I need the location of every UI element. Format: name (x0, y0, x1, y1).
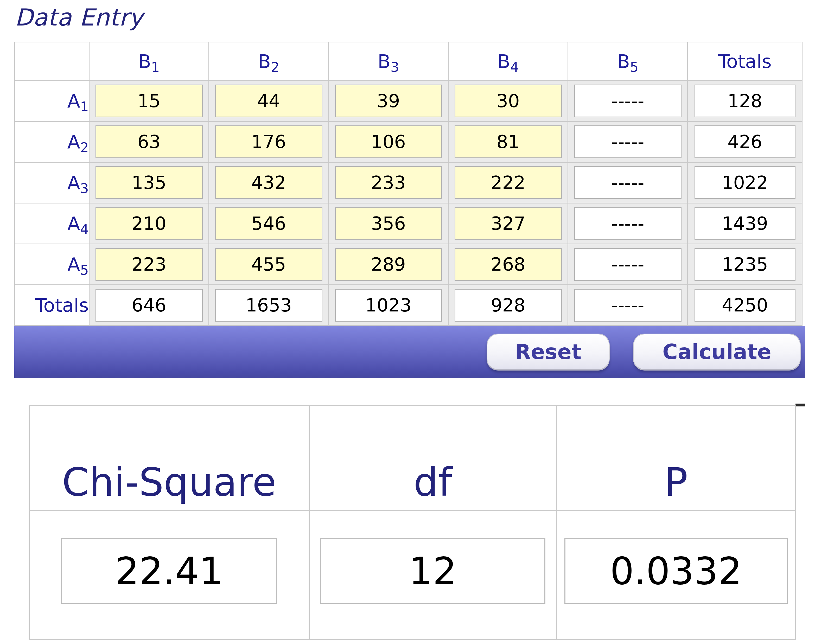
cell-a1-b1 (89, 81, 209, 121)
input-a2-b1[interactable] (95, 126, 203, 158)
row-header-a3: A3 (15, 163, 89, 203)
col-total-b2[interactable] (215, 289, 322, 322)
cell-a4-b2 (209, 203, 329, 244)
label-sub: 2 (271, 59, 279, 75)
input-a4-b1[interactable] (95, 207, 203, 240)
input-a2-b4[interactable] (455, 126, 562, 158)
input-a3-b4[interactable] (455, 166, 562, 199)
cell-a4-b3 (329, 203, 448, 244)
p-value[interactable] (564, 538, 788, 604)
row-total-a5[interactable] (694, 248, 795, 281)
cell-a5-b4 (448, 244, 568, 285)
label-base: A (67, 172, 80, 193)
label-sub: 5 (630, 59, 639, 75)
label-base: B (258, 51, 271, 72)
chi-square-cell (29, 511, 309, 639)
cell-a4-b4 (448, 203, 568, 244)
input-a5-b1[interactable] (95, 248, 203, 281)
label-base: B (378, 51, 390, 72)
col-total-b4[interactable] (455, 289, 562, 322)
input-a5-b4[interactable] (455, 248, 562, 281)
table-row-totals: Totals (15, 285, 802, 326)
chi-square-header: Chi-Square (29, 405, 309, 511)
cell-a5-b1 (89, 244, 209, 285)
label-sub: 1 (80, 99, 89, 115)
cell-a2-b2 (209, 121, 329, 163)
input-a3-b3[interactable] (335, 166, 442, 199)
row-total-a4[interactable] (694, 207, 795, 240)
chi-square-value[interactable] (61, 538, 277, 604)
df-cell (309, 511, 556, 639)
input-a1-b3[interactable] (335, 84, 442, 117)
cell-a5-total (688, 244, 802, 285)
input-a4-b4[interactable] (455, 207, 562, 240)
cell-a5-b5 (568, 244, 688, 285)
col-header-totals: Totals (688, 42, 802, 81)
input-a5-b3[interactable] (335, 248, 442, 281)
results-value-row (29, 511, 796, 639)
cell-a2-b4 (448, 121, 568, 163)
cell-a1-b3 (329, 81, 448, 121)
cell-total-b2 (209, 285, 329, 326)
label-base: A (67, 213, 80, 235)
input-a5-b2[interactable] (215, 248, 322, 281)
cell-a3-b2 (209, 163, 329, 203)
label-base: B (617, 51, 630, 72)
input-a1-b5[interactable] (574, 84, 682, 117)
cell-total-b5 (568, 285, 688, 326)
cell-a2-b5 (568, 121, 688, 163)
input-a1-b4[interactable] (455, 84, 562, 117)
calculate-button[interactable]: Calculate (633, 334, 801, 371)
cell-a4-b1 (89, 203, 209, 244)
header-row: B1 B2 B3 B4 B5 Totals (15, 42, 802, 81)
input-a3-b1[interactable] (95, 166, 203, 199)
page-title: Data Entry (15, 4, 143, 31)
input-a4-b2[interactable] (215, 207, 322, 240)
col-header-b5: B5 (568, 42, 688, 81)
cell-a4-b5 (568, 203, 688, 244)
col-total-b1[interactable] (95, 289, 203, 322)
input-a3-b2[interactable] (215, 166, 322, 199)
df-value[interactable] (320, 538, 545, 604)
cell-a2-b3 (329, 121, 448, 163)
results-table: Chi-Square df P (29, 405, 796, 640)
input-a2-b3[interactable] (335, 126, 442, 158)
cell-a2-total (688, 121, 802, 163)
row-header-a4: A4 (15, 203, 89, 244)
cell-a1-total (688, 81, 802, 121)
col-total-b5[interactable] (574, 289, 682, 322)
table-row-a2: A2 (15, 121, 802, 163)
col-total-b3[interactable] (335, 289, 442, 322)
label-sub: 4 (80, 221, 89, 237)
corner-cell (15, 42, 89, 81)
table-row-a5: A5 (15, 244, 802, 285)
input-a5-b5[interactable] (574, 248, 682, 281)
p-cell (556, 511, 796, 639)
cell-a2-b1 (89, 121, 209, 163)
input-a4-b3[interactable] (335, 207, 442, 240)
action-bar: Reset Calculate (14, 326, 805, 378)
reset-button[interactable]: Reset (487, 334, 610, 371)
cell-a1-b4 (448, 81, 568, 121)
table-row-a3: A3 (15, 163, 802, 203)
table-row-a4: A4 (15, 203, 802, 244)
cell-total-b1 (89, 285, 209, 326)
data-entry-section: B1 B2 B3 B4 B5 Totals A1 A2 (14, 41, 805, 378)
grand-total[interactable] (694, 289, 795, 322)
label-sub: 2 (80, 140, 89, 155)
input-a1-b2[interactable] (215, 84, 322, 117)
data-entry-table: B1 B2 B3 B4 B5 Totals A1 A2 (14, 41, 803, 326)
label-base: B (138, 51, 151, 72)
row-header-a5: A5 (15, 244, 89, 285)
input-a1-b1[interactable] (95, 84, 203, 117)
input-a3-b5[interactable] (574, 166, 682, 199)
row-total-a2[interactable] (694, 126, 795, 158)
label-base: B (497, 51, 510, 72)
input-a2-b2[interactable] (215, 126, 322, 158)
input-a4-b5[interactable] (574, 207, 682, 240)
row-total-a1[interactable] (694, 84, 795, 117)
input-a2-b5[interactable] (574, 126, 682, 158)
row-total-a3[interactable] (694, 166, 795, 199)
cell-a1-b5 (568, 81, 688, 121)
cell-a3-b1 (89, 163, 209, 203)
